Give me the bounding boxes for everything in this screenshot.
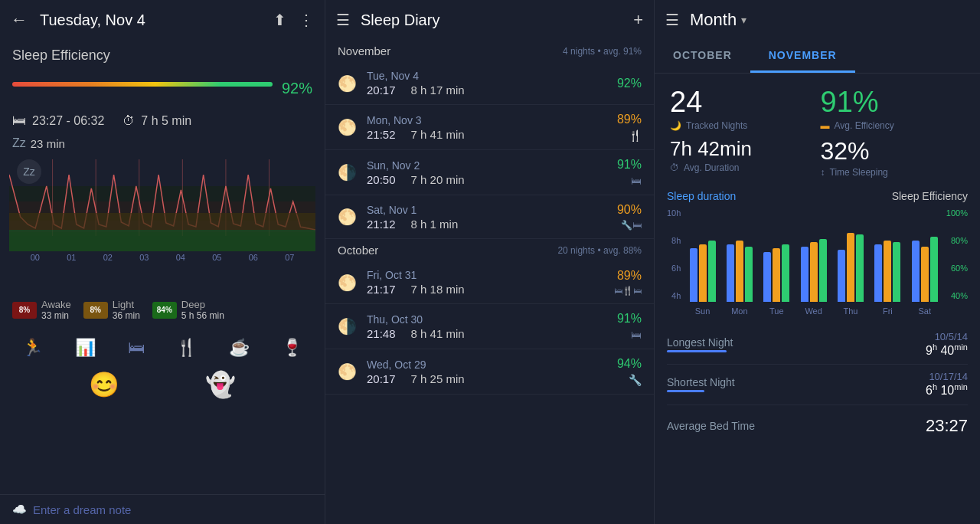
bar-thu-blue [838, 250, 845, 302]
clock-small-icon: ⏱ [670, 162, 679, 173]
diary-bedtime-nov2: 20:50 [367, 173, 396, 186]
y-40pct: 40% [951, 291, 968, 300]
diary-entry-oct30[interactable]: 🌗 Thu, Oct 30 21:48 8 h 41 min 91% 🛏 [325, 304, 654, 349]
diary-entry-nov3[interactable]: 🌕 Mon, Nov 3 21:52 7 h 41 min 89% 🍴 [325, 105, 654, 150]
month-dropdown-arrow: ▾ [741, 14, 746, 26]
nav-sleep[interactable]: 🛏 [128, 338, 145, 358]
bar-sat-yellow [921, 247, 929, 302]
nav-coffee[interactable]: ☕ [229, 338, 250, 358]
more-button[interactable]: ⋮ [299, 11, 314, 29]
october-stats: 20 nights • avg. 88% [557, 245, 642, 256]
diary-info-nov1: Sat, Nov 1 21:12 8 h 1 min [367, 204, 617, 231]
diary-entry-nov4[interactable]: 🌕 Tue, Nov 4 20:17 8 h 17 min 92% [325, 62, 654, 105]
diary-right-oct30: 91% 🛏 [617, 312, 642, 341]
diary-entry-nov2[interactable]: 🌗 Sun, Nov 2 20:50 7 h 20 min 91% 🛏 [325, 150, 654, 195]
bar-group-sun: Sun [685, 210, 719, 316]
diary-list: November 4 nights • avg. 91% 🌕 Tue, Nov … [325, 40, 654, 524]
october-section-header: October 20 nights • avg. 88% [325, 239, 654, 261]
tab-november[interactable]: NOVEMBER [750, 40, 855, 73]
bed-time-item: 🛏 23:27 - 06:32 [12, 113, 104, 129]
y-60pct: 60% [951, 264, 968, 273]
sleep-efficiency-percent: 92% [282, 68, 312, 100]
bar-fri-yellow [884, 241, 891, 302]
moon-icon-oct29: 🌕 [338, 362, 356, 381]
diary-right-oct31: 89% 🛏🍴🛏 [614, 269, 642, 296]
tracked-nights-stat: 24 🌙 Tracked Nights [670, 86, 815, 131]
nav-activity[interactable]: 🏃 [22, 338, 43, 358]
shortest-night-bar [667, 390, 704, 392]
snore-row: Zz 23 min [0, 133, 325, 153]
efficiency-icon: ▬ [821, 120, 830, 131]
november-stats: 4 nights • avg. 91% [563, 46, 642, 57]
month-tabs: OCTOBER NOVEMBER [655, 40, 980, 74]
time-range: 23:27 - 06:32 [32, 114, 104, 128]
diary-duration-oct31: 7 h 18 min [411, 283, 465, 296]
diary-entry-nov1[interactable]: 🌕 Sat, Nov 1 21:12 8 h 1 min 90% 🔧🛏 [325, 195, 654, 239]
bar-group-tue: Tue [760, 210, 793, 316]
nav-drink[interactable]: 🍷 [282, 338, 302, 358]
diary-info-oct30: Thu, Oct 30 21:48 8 h 41 min [367, 313, 617, 340]
nav-food[interactable]: 🍴 [176, 338, 197, 358]
share-button[interactable]: ⬆ [273, 11, 286, 29]
month-selector[interactable]: Month ▾ [690, 10, 746, 30]
bar-sat-blue [912, 241, 920, 302]
panel-sleep-detail: ← Tuesday, Nov 4 ⬆ ⋮ Sleep Efficiency 92… [0, 0, 325, 524]
bar-tue-blue [763, 252, 771, 302]
time-label-2: 02 [103, 253, 113, 262]
bar-fri-blue [874, 244, 882, 302]
bed-icon: 🛏 [12, 113, 26, 129]
diary-efficiency-nov3: 89% [617, 113, 642, 126]
deep-label: Deep [181, 299, 224, 310]
diary-bedtime-nov4: 20:17 [367, 84, 396, 97]
diary-entry-oct31[interactable]: 🌕 Fri, Oct 31 21:17 7 h 18 min 89% 🛏🍴🛏 [325, 261, 654, 304]
sleep-efficiency-label: Sleep Efficiency [892, 190, 968, 202]
diary-date-nov4: Tue, Nov 4 [367, 70, 617, 82]
tracked-nights-value: 24 [670, 86, 815, 119]
bar-chart-section: Sleep duration Sleep Efficiency 10h 8h 6… [655, 184, 980, 322]
nav-stats[interactable]: 📊 [75, 338, 96, 358]
stage-deep: 84% Deep 5 h 56 min [152, 299, 224, 321]
longest-night-date: 10/5/14 [926, 331, 968, 342]
moon-icon-nov3: 🌕 [338, 118, 356, 136]
light-badge: 8% [83, 302, 108, 319]
happy-emoji[interactable]: 😊 [89, 370, 119, 399]
time-sleeping-label: ↕ Time Sleeping [821, 167, 965, 178]
sleep-graph-svg [9, 159, 315, 251]
bar-tue-green [782, 244, 789, 302]
diary-right-oct29: 94% 🔧 [617, 357, 642, 386]
bar-chart-bars: Sun Mon [685, 208, 942, 316]
dream-note[interactable]: ☁️ Enter a dream note [0, 494, 325, 524]
diary-info-oct29: Wed, Oct 29 20:17 7 h 25 min [367, 359, 617, 385]
add-entry-button[interactable]: + [633, 10, 643, 30]
tab-october[interactable]: OCTOBER [655, 40, 750, 73]
sleep-chart[interactable]: Zz [6, 159, 318, 290]
sleep-efficiency-section: Sleep Efficiency 92% [0, 40, 325, 108]
diary-duration-nov1: 8 h 1 min [411, 218, 459, 231]
diary-right-nov1: 90% 🔧🛏 [617, 203, 642, 231]
panel1-header: ← Tuesday, Nov 4 ⬆ ⋮ [0, 0, 325, 40]
diary-efficiency-oct31: 89% [617, 269, 642, 283]
light-label: Light [113, 299, 140, 310]
shortest-night-right: 10/17/14 6h 10min [926, 371, 968, 398]
longest-night-bar [667, 350, 727, 352]
ghost-emoji[interactable]: 👻 [205, 370, 236, 399]
bar-label-thu: Thu [843, 306, 858, 316]
time-label-6: 06 [249, 253, 258, 262]
bar-sun-yellow [699, 244, 707, 302]
diary-icons-oct30: 🛏 [631, 329, 642, 341]
diary-bedtime-nov1: 21:12 [367, 218, 396, 231]
sleep-duration: 7 h 5 min [141, 114, 191, 128]
header-actions: ⬆ ⋮ [273, 11, 314, 29]
diary-duration-oct30: 8 h 41 min [411, 327, 465, 340]
avg-efficiency-value: 91% [821, 86, 965, 119]
sleep-icon: ↕ [821, 167, 825, 178]
diary-entry-oct29[interactable]: 🌕 Wed, Oct 29 20:17 7 h 25 min 94% 🔧 [325, 349, 654, 395]
panel3-menu-button[interactable]: ☰ [665, 11, 679, 29]
shortest-night-value: 6h 10min [926, 382, 968, 398]
sleep-efficiency-row: 92% [12, 68, 312, 100]
time-sleeping-stat: 32% ↕ Time Sleeping [821, 137, 965, 178]
back-button[interactable]: ← [11, 10, 28, 30]
diary-right-nov3: 89% 🍴 [617, 113, 642, 142]
menu-button[interactable]: ☰ [336, 11, 350, 29]
bar-label-fri: Fri [883, 306, 893, 316]
